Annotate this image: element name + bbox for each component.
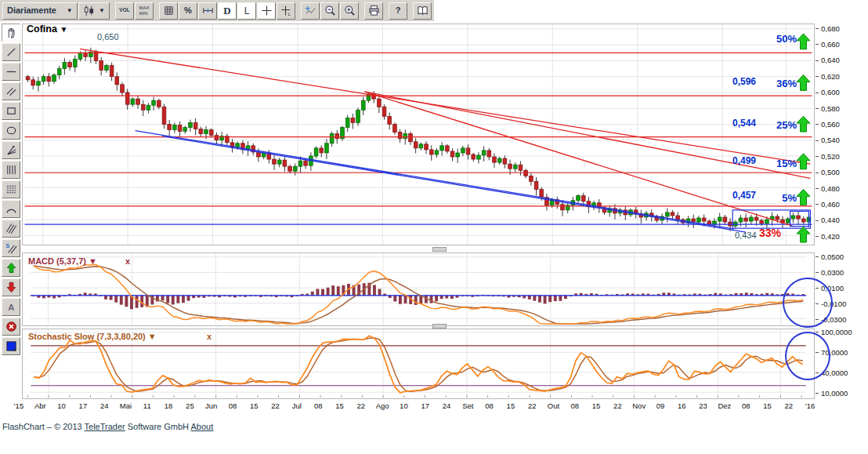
speedlines-icon bbox=[5, 223, 17, 234]
book-icon bbox=[417, 5, 429, 16]
ellipse-annotation-stochastic[interactable] bbox=[785, 332, 830, 380]
daily-button-label: D bbox=[223, 5, 230, 16]
hand-icon bbox=[5, 27, 17, 38]
axis-tick-label: 0,500 bbox=[821, 168, 840, 176]
arrow-down-icon bbox=[5, 281, 17, 293]
up-arrow-annotation[interactable] bbox=[797, 227, 810, 242]
axis-tick bbox=[816, 44, 819, 45]
journal-button[interactable] bbox=[413, 2, 432, 20]
time-axis-label: 22 bbox=[528, 401, 537, 410]
period-dropdown-label: Diariamente bbox=[7, 6, 56, 15]
time-axis-label: Mai bbox=[120, 401, 132, 410]
arc-tool[interactable] bbox=[2, 200, 20, 218]
about-link[interactable]: About bbox=[190, 422, 213, 431]
time-axis-label: Jul bbox=[292, 401, 302, 410]
macd-title[interactable]: MACD (5,37,7) ▼ bbox=[28, 256, 97, 266]
symbol-dropdown-caret-icon: ▼ bbox=[60, 25, 67, 34]
up-arrow-annotation[interactable] bbox=[797, 75, 810, 91]
zoom-out-button[interactable] bbox=[320, 2, 339, 20]
ellipse-tool[interactable] bbox=[2, 122, 20, 140]
fib-retracement-tool[interactable] bbox=[2, 180, 20, 198]
time-axis-label: 11 bbox=[143, 401, 151, 410]
percent-scale-button[interactable]: % bbox=[179, 2, 197, 20]
axis-tick-label: 0,640 bbox=[821, 56, 840, 64]
text-tool[interactable]: A bbox=[2, 298, 20, 316]
axis-tick bbox=[816, 156, 819, 157]
time-axis-label: Dez bbox=[718, 401, 731, 410]
axis-tick-label: 0,620 bbox=[821, 72, 840, 81]
fan-icon bbox=[5, 144, 17, 156]
trendline-tool[interactable] bbox=[2, 43, 20, 61]
color-picker-tool[interactable] bbox=[2, 337, 20, 355]
time-axis-label: Nov bbox=[632, 401, 646, 410]
time-axis-label: 08 bbox=[571, 401, 580, 410]
time-axis-label: 08 bbox=[742, 401, 750, 410]
macd-close-button[interactable]: x bbox=[125, 256, 130, 266]
axis-tick-label: 0,560 bbox=[821, 120, 840, 129]
up-arrow-annotation[interactable] bbox=[797, 190, 810, 205]
axis-tick-label: 0,460 bbox=[821, 200, 840, 209]
time-axis-label: 15 bbox=[507, 401, 515, 410]
axis-tick bbox=[816, 220, 819, 221]
grid-button[interactable] bbox=[159, 2, 178, 20]
price-range-button[interactable] bbox=[198, 2, 217, 20]
maxmin-button[interactable]: MAXMIN bbox=[135, 2, 154, 20]
macd-plot[interactable] bbox=[22, 252, 815, 326]
time-axis-label: Set bbox=[462, 401, 473, 410]
horizontal-line-tool[interactable] bbox=[2, 63, 20, 81]
footer-text: Software GmbH bbox=[125, 422, 191, 431]
time-axis-label: 10 bbox=[57, 401, 66, 410]
parallel-lines-tool[interactable] bbox=[2, 82, 20, 100]
time-axis-label: 15 bbox=[763, 401, 772, 410]
symbol-name: Cofina bbox=[27, 24, 57, 35]
ellipse-annotation-macd[interactable] bbox=[783, 278, 833, 328]
speed-lines-tool[interactable] bbox=[2, 220, 20, 238]
print-button[interactable] bbox=[364, 2, 383, 20]
time-axis-label: Ago bbox=[376, 401, 389, 410]
vlines-icon bbox=[5, 164, 17, 176]
axis-tick bbox=[816, 393, 819, 394]
axis-tick bbox=[816, 124, 819, 125]
time-axis-label: 22 bbox=[271, 401, 280, 410]
panel-splitter[interactable] bbox=[432, 247, 447, 252]
arrow-down-tool[interactable] bbox=[2, 278, 20, 296]
price-plot[interactable] bbox=[22, 24, 815, 245]
axis-tick-label: 0,0500 bbox=[821, 252, 844, 261]
panel-splitter[interactable] bbox=[432, 324, 447, 329]
add-indicator-icon bbox=[305, 5, 316, 16]
zoom-in-button[interactable] bbox=[340, 2, 359, 20]
volume-button-label: VOL bbox=[119, 8, 129, 13]
chart-type-dropdown[interactable]: ▼ bbox=[78, 2, 110, 20]
time-axis-label: Abr bbox=[34, 401, 46, 410]
daily-button[interactable]: D bbox=[218, 2, 237, 20]
fib-time-zones-tool[interactable] bbox=[2, 161, 20, 179]
color-swatch-icon bbox=[5, 340, 17, 352]
volume-button[interactable]: VOL bbox=[115, 2, 134, 20]
teletrader-link[interactable]: TeleTrader bbox=[85, 422, 125, 431]
pan-tool[interactable] bbox=[2, 24, 20, 42]
fib-pct-label: 50% bbox=[764, 33, 797, 45]
s-lines-icon: S bbox=[5, 242, 17, 254]
stochastic-title[interactable]: Stochastic Slow (7,3,3,80,20) ▼ bbox=[28, 332, 157, 341]
add-indicator-button[interactable] bbox=[301, 2, 320, 20]
footer-text: FlashChart – © 2013 bbox=[2, 422, 85, 431]
period-dropdown[interactable]: Diariamente▼ bbox=[2, 2, 78, 20]
crosshair-label-button[interactable]: L bbox=[277, 2, 295, 20]
stochastic-close-button[interactable]: x bbox=[207, 332, 212, 341]
axis-tick-label: 0,440 bbox=[821, 216, 840, 224]
grid-icon bbox=[163, 5, 175, 16]
crosshair-button[interactable] bbox=[257, 2, 276, 20]
help-button[interactable]: ? bbox=[389, 2, 407, 20]
rectangle-tool[interactable] bbox=[2, 102, 20, 120]
arrow-up-tool[interactable] bbox=[2, 259, 20, 277]
delete-tool[interactable] bbox=[2, 318, 20, 336]
gann-lines-tool[interactable]: S bbox=[2, 239, 20, 257]
up-arrow-annotation[interactable] bbox=[797, 34, 810, 49]
time-axis-label: Out bbox=[548, 401, 559, 410]
delete-icon bbox=[5, 321, 17, 332]
line-chart-button[interactable]: L bbox=[237, 2, 256, 20]
time-axis-label: 24 bbox=[100, 401, 109, 410]
fib-price-label: 0,499 bbox=[701, 155, 756, 166]
fan-lines-tool[interactable] bbox=[2, 141, 20, 159]
symbol-label[interactable]: Cofina ▼ bbox=[27, 24, 67, 35]
